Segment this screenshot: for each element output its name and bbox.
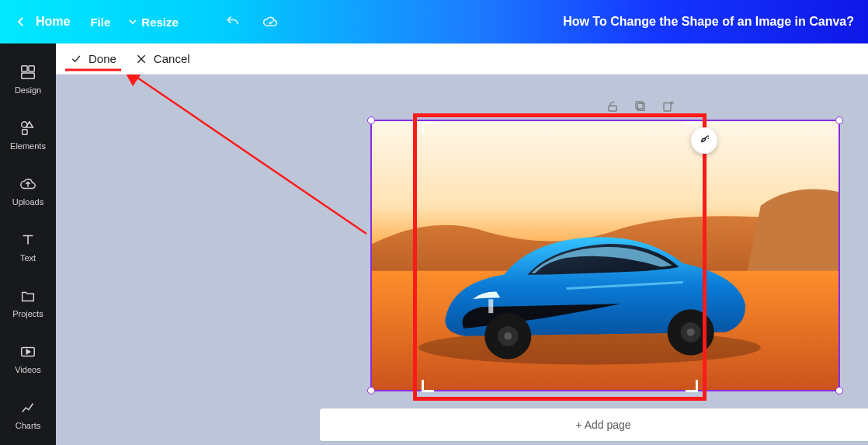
crop-action-bar: Done Cancel — [56, 43, 868, 75]
done-button[interactable]: Done — [70, 52, 116, 65]
crop-box[interactable] — [413, 113, 707, 401]
sidebar-item-label: Uploads — [12, 197, 43, 207]
svg-rect-7 — [609, 106, 617, 111]
svg-rect-4 — [23, 130, 27, 134]
topbar: Home File Resize How To Change the Shape… — [0, 0, 868, 43]
svg-rect-0 — [22, 66, 27, 71]
dropdown-icon — [129, 18, 137, 26]
resize-handle[interactable] — [367, 116, 375, 124]
done-underline-annotation — [65, 65, 121, 75]
undo-icon[interactable] — [225, 14, 241, 30]
sidebar-item-videos[interactable]: Videos — [0, 331, 56, 387]
crop-corner[interactable] — [686, 380, 698, 392]
crop-corner[interactable] — [422, 380, 434, 392]
videos-icon — [19, 343, 36, 360]
sidebar: Design Elements Uploads Text Projects Vi… — [0, 43, 56, 445]
add-page-icon[interactable] — [661, 99, 675, 113]
sidebar-item-label: Design — [15, 85, 41, 95]
elements-icon — [19, 120, 36, 137]
page-title: How To Change the Shape of an Image in C… — [563, 15, 854, 29]
svg-rect-8 — [637, 103, 644, 110]
done-label: Done — [89, 52, 116, 65]
cloud-icon[interactable] — [262, 14, 278, 30]
charts-icon — [19, 399, 36, 416]
sidebar-item-elements[interactable]: Elements — [0, 107, 56, 163]
sidebar-item-label: Videos — [15, 365, 40, 374]
sidebar-item-projects[interactable]: Projects — [0, 275, 56, 331]
file-menu[interactable]: File — [90, 16, 110, 29]
workspace: Design Elements Uploads Text Projects Vi… — [0, 43, 868, 445]
resize-handle[interactable] — [835, 116, 843, 124]
resize-handle[interactable] — [367, 387, 375, 395]
text-icon — [19, 231, 36, 249]
add-page-button[interactable]: + Add page — [320, 408, 868, 441]
unlock-icon[interactable] — [606, 99, 620, 113]
resize-handle[interactable] — [835, 387, 843, 395]
svg-line-22 — [135, 76, 366, 234]
sparkle-icon — [696, 133, 712, 148]
sidebar-item-label: Charts — [16, 421, 40, 430]
home-link[interactable]: Home — [36, 15, 70, 29]
close-icon — [135, 53, 148, 65]
add-page-label: + Add page — [575, 419, 630, 431]
resize-label: Resize — [141, 16, 179, 29]
crop-corner[interactable] — [422, 122, 434, 134]
page-actions — [606, 99, 675, 113]
image-effects-button[interactable] — [691, 127, 717, 154]
svg-point-21 — [707, 135, 709, 137]
sidebar-item-uploads[interactable]: Uploads — [0, 163, 56, 219]
design-icon — [19, 64, 36, 81]
sidebar-item-label: Projects — [12, 309, 43, 318]
cancel-button[interactable]: Cancel — [135, 52, 190, 65]
sidebar-item-label: Elements — [10, 141, 46, 151]
cancel-label: Cancel — [154, 52, 190, 65]
svg-rect-10 — [664, 103, 671, 112]
projects-icon — [19, 287, 36, 304]
sidebar-item-design[interactable]: Design — [0, 51, 56, 107]
svg-rect-2 — [22, 73, 35, 78]
back-icon[interactable] — [14, 15, 28, 29]
resize-menu[interactable]: Resize — [129, 16, 179, 29]
duplicate-page-icon[interactable] — [634, 99, 648, 113]
check-icon — [70, 53, 82, 65]
uploads-icon — [19, 176, 36, 193]
editor-right: Done Cancel — [56, 43, 868, 445]
topbar-icons — [225, 14, 278, 30]
sidebar-item-label: Text — [20, 253, 36, 262]
sidebar-item-charts[interactable]: Charts — [0, 387, 56, 443]
canvas[interactable]: + Add page — [56, 75, 868, 445]
svg-rect-1 — [29, 66, 34, 71]
sidebar-item-text[interactable]: Text — [0, 219, 56, 275]
svg-rect-9 — [636, 102, 643, 109]
